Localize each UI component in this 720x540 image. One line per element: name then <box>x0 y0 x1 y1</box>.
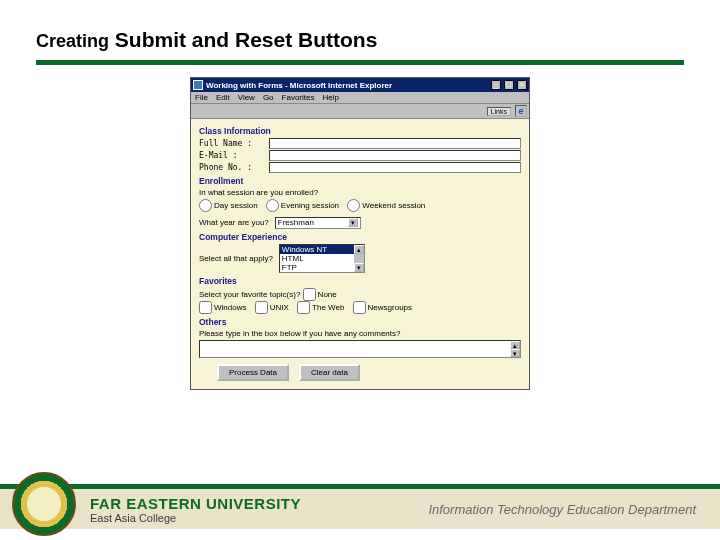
title-rule <box>36 60 684 65</box>
check-unix[interactable] <box>255 301 268 314</box>
department-name: Information Technology Education Departm… <box>428 502 696 517</box>
section-class-info: Class Information <box>199 126 521 136</box>
list-item[interactable]: Windows NT <box>280 245 354 254</box>
close-button[interactable]: × <box>517 80 527 90</box>
input-phone[interactable] <box>269 162 521 173</box>
menu-help[interactable]: Help <box>322 93 338 102</box>
menu-edit[interactable]: Edit <box>216 93 230 102</box>
menu-file[interactable]: File <box>195 93 208 102</box>
title-main: Submit and Reset Buttons <box>109 28 377 51</box>
linksbar: Links e <box>191 104 529 119</box>
q-session: In what session are you enrolled? <box>199 188 521 197</box>
titlebar: Working with Forms - Microsoft Internet … <box>191 78 529 92</box>
title-prefix: Creating <box>36 31 109 51</box>
section-experience: Computer Experience <box>199 232 521 242</box>
radio-evening[interactable] <box>266 199 279 212</box>
label-email: E-Mail : <box>199 151 269 160</box>
ie-logo-icon: e <box>515 105 527 117</box>
label-comments: Please type in the box below if you have… <box>199 329 521 338</box>
check-none[interactable] <box>303 288 316 301</box>
check-newsgroups[interactable] <box>353 301 366 314</box>
university-seal-icon <box>12 472 76 536</box>
scroll-down-icon[interactable]: ▾ <box>510 349 520 357</box>
browser-window: Working with Forms - Microsoft Internet … <box>190 77 530 390</box>
menu-go[interactable]: Go <box>263 93 274 102</box>
scroll-up-icon[interactable]: ▴ <box>354 245 364 254</box>
menu-favorites[interactable]: Favorites <box>282 93 315 102</box>
check-web[interactable] <box>297 301 310 314</box>
university-line2: East Asia College <box>90 512 301 524</box>
input-email[interactable] <box>269 150 521 161</box>
input-fullname[interactable] <box>269 138 521 149</box>
window-title: Working with Forms - Microsoft Internet … <box>206 81 490 90</box>
radio-weekend[interactable] <box>347 199 360 212</box>
slide-footer: FAR EASTERN UNIVERSITY East Asia College… <box>0 484 720 540</box>
minimize-button[interactable]: _ <box>491 80 501 90</box>
textarea-comments[interactable]: ▴▾ <box>199 340 521 358</box>
page-content: Class Information Full Name : E-Mail : P… <box>191 119 529 389</box>
section-others: Others <box>199 317 521 327</box>
app-icon <box>193 80 203 90</box>
scroll-down-icon[interactable]: ▾ <box>354 263 364 272</box>
university-line1: FAR EASTERN UNIVERSITY <box>90 495 301 512</box>
menu-view[interactable]: View <box>238 93 255 102</box>
scroll-up-icon[interactable]: ▴ <box>510 341 520 349</box>
label-fullname: Full Name : <box>199 139 269 148</box>
select-year-value: Freshman <box>278 218 314 227</box>
radio-day[interactable] <box>199 199 212 212</box>
section-favorites: Favorites <box>199 276 521 286</box>
maximize-button[interactable]: □ <box>504 80 514 90</box>
check-windows[interactable] <box>199 301 212 314</box>
links-button[interactable]: Links <box>487 107 511 116</box>
menubar: File Edit View Go Favorites Help <box>191 92 529 104</box>
list-item[interactable]: FTP <box>280 263 354 272</box>
radio-group-session: Day session Evening session Weekend sess… <box>199 199 521 212</box>
university-name: FAR EASTERN UNIVERSITY East Asia College <box>90 495 301 524</box>
label-favorites: Select your favorite topic(s)? <box>199 290 300 299</box>
label-experience: Select all that apply? <box>199 254 273 263</box>
chevron-down-icon: ▾ <box>348 218 358 227</box>
listbox-experience[interactable]: Windows NT HTML FTP ▴▾ <box>279 244 365 273</box>
submit-button[interactable]: Process Data <box>217 364 289 381</box>
label-phone: Phone No. : <box>199 163 269 172</box>
q-year: What year are you? <box>199 218 269 227</box>
section-enrollment: Enrollment <box>199 176 521 186</box>
select-year[interactable]: Freshman ▾ <box>275 217 361 229</box>
reset-button[interactable]: Clear data <box>299 364 360 381</box>
slide-title: Creating Submit and Reset Buttons <box>36 28 684 56</box>
list-item[interactable]: HTML <box>280 254 354 263</box>
